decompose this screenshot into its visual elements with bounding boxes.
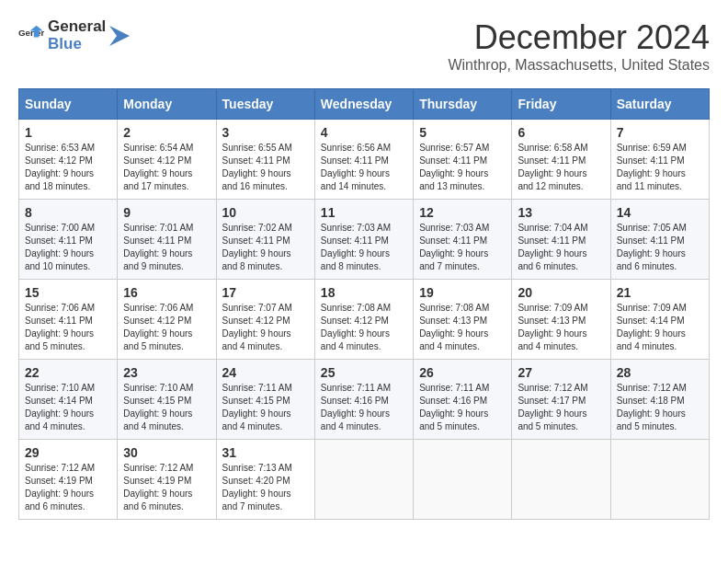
day-info: Sunrise: 7:00 AMSunset: 4:11 PMDaylight:…: [25, 222, 111, 273]
calendar-cell: 12 Sunrise: 7:03 AMSunset: 4:11 PMDaylig…: [414, 200, 512, 280]
day-info: Sunrise: 7:12 AMSunset: 4:18 PMDaylight:…: [617, 382, 703, 433]
day-number: 29: [25, 445, 111, 460]
day-info: Sunrise: 7:12 AMSunset: 4:19 PMDaylight:…: [25, 462, 111, 513]
calendar-cell: 23 Sunrise: 7:10 AMSunset: 4:15 PMDaylig…: [118, 360, 216, 440]
calendar-cell: [414, 440, 512, 520]
calendar-cell: 19 Sunrise: 7:08 AMSunset: 4:13 PMDaylig…: [414, 280, 512, 360]
day-info: Sunrise: 7:03 AMSunset: 4:11 PMDaylight:…: [419, 222, 506, 273]
day-number: 15: [25, 285, 111, 300]
calendar-row: 22 Sunrise: 7:10 AMSunset: 4:14 PMDaylig…: [19, 360, 710, 440]
col-wednesday: Wednesday: [314, 89, 413, 120]
calendar-cell: 16 Sunrise: 7:06 AMSunset: 4:12 PMDaylig…: [118, 280, 216, 360]
day-info: Sunrise: 7:08 AMSunset: 4:12 PMDaylight:…: [321, 302, 407, 353]
calendar-cell: 3 Sunrise: 6:55 AMSunset: 4:11 PMDayligh…: [216, 120, 314, 200]
day-number: 31: [222, 445, 309, 460]
col-saturday: Saturday: [610, 89, 709, 120]
calendar-cell: 8 Sunrise: 7:00 AMSunset: 4:11 PMDayligh…: [19, 200, 118, 280]
day-number: 26: [419, 365, 506, 380]
day-number: 9: [123, 205, 210, 220]
day-number: 21: [617, 285, 703, 300]
calendar-cell: 28 Sunrise: 7:12 AMSunset: 4:18 PMDaylig…: [610, 360, 709, 440]
col-monday: Monday: [118, 89, 216, 120]
day-info: Sunrise: 6:58 AMSunset: 4:11 PMDaylight:…: [518, 142, 604, 193]
calendar-row: 29 Sunrise: 7:12 AMSunset: 4:19 PMDaylig…: [19, 440, 710, 520]
calendar-cell: 5 Sunrise: 6:57 AMSunset: 4:11 PMDayligh…: [414, 120, 512, 200]
day-number: 17: [222, 285, 309, 300]
day-number: 25: [321, 365, 407, 380]
day-info: Sunrise: 7:09 AMSunset: 4:13 PMDaylight:…: [518, 302, 604, 353]
day-info: Sunrise: 7:07 AMSunset: 4:12 PMDaylight:…: [222, 302, 309, 353]
day-number: 6: [518, 125, 604, 140]
day-info: Sunrise: 7:01 AMSunset: 4:11 PMDaylight:…: [123, 222, 210, 273]
calendar-cell: 26 Sunrise: 7:11 AMSunset: 4:16 PMDaylig…: [414, 360, 512, 440]
day-info: Sunrise: 7:11 AMSunset: 4:16 PMDaylight:…: [419, 382, 506, 433]
calendar-row: 1 Sunrise: 6:53 AMSunset: 4:12 PMDayligh…: [19, 120, 710, 200]
calendar-cell: 22 Sunrise: 7:10 AMSunset: 4:14 PMDaylig…: [19, 360, 118, 440]
day-number: 23: [123, 365, 210, 380]
day-info: Sunrise: 6:53 AMSunset: 4:12 PMDaylight:…: [25, 142, 111, 193]
calendar-table: Sunday Monday Tuesday Wednesday Thursday…: [18, 88, 710, 520]
calendar-cell: 29 Sunrise: 7:12 AMSunset: 4:19 PMDaylig…: [19, 440, 118, 520]
calendar-cell: 21 Sunrise: 7:09 AMSunset: 4:14 PMDaylig…: [610, 280, 709, 360]
logo-icon: General: [18, 23, 44, 49]
calendar-cell: 20 Sunrise: 7:09 AMSunset: 4:13 PMDaylig…: [512, 280, 610, 360]
day-info: Sunrise: 6:59 AMSunset: 4:11 PMDaylight:…: [617, 142, 703, 193]
logo-general: General: [48, 17, 106, 35]
calendar-cell: 11 Sunrise: 7:03 AMSunset: 4:11 PMDaylig…: [314, 200, 413, 280]
logo: General General Blue: [18, 18, 130, 52]
day-info: Sunrise: 7:02 AMSunset: 4:11 PMDaylight:…: [222, 222, 309, 273]
calendar-header-row: Sunday Monday Tuesday Wednesday Thursday…: [19, 89, 710, 120]
col-tuesday: Tuesday: [216, 89, 314, 120]
calendar-cell: 10 Sunrise: 7:02 AMSunset: 4:11 PMDaylig…: [216, 200, 314, 280]
day-info: Sunrise: 6:56 AMSunset: 4:11 PMDaylight:…: [321, 142, 407, 193]
calendar-row: 8 Sunrise: 7:00 AMSunset: 4:11 PMDayligh…: [19, 200, 710, 280]
location-title: Winthrop, Massachusetts, United States: [448, 57, 710, 74]
day-number: 1: [25, 125, 111, 140]
calendar-cell: 2 Sunrise: 6:54 AMSunset: 4:12 PMDayligh…: [118, 120, 216, 200]
day-number: 30: [123, 445, 210, 460]
calendar-cell: 7 Sunrise: 6:59 AMSunset: 4:11 PMDayligh…: [610, 120, 709, 200]
day-number: 22: [25, 365, 111, 380]
day-number: 28: [617, 365, 703, 380]
calendar-cell: 9 Sunrise: 7:01 AMSunset: 4:11 PMDayligh…: [118, 200, 216, 280]
day-info: Sunrise: 7:06 AMSunset: 4:12 PMDaylight:…: [123, 302, 210, 353]
day-number: 27: [518, 365, 604, 380]
calendar-cell: [512, 440, 610, 520]
calendar-cell: 15 Sunrise: 7:06 AMSunset: 4:11 PMDaylig…: [19, 280, 118, 360]
day-info: Sunrise: 7:12 AMSunset: 4:19 PMDaylight:…: [123, 462, 210, 513]
day-info: Sunrise: 7:11 AMSunset: 4:16 PMDaylight:…: [321, 382, 407, 433]
col-thursday: Thursday: [414, 89, 512, 120]
day-number: 5: [419, 125, 506, 140]
day-info: Sunrise: 7:12 AMSunset: 4:17 PMDaylight:…: [518, 382, 604, 433]
day-info: Sunrise: 7:06 AMSunset: 4:11 PMDaylight:…: [25, 302, 111, 353]
day-info: Sunrise: 7:03 AMSunset: 4:11 PMDaylight:…: [321, 222, 407, 273]
title-block: December 2024 Winthrop, Massachusetts, U…: [448, 18, 710, 74]
calendar-cell: 6 Sunrise: 6:58 AMSunset: 4:11 PMDayligh…: [512, 120, 610, 200]
day-number: 7: [617, 125, 703, 140]
calendar-row: 15 Sunrise: 7:06 AMSunset: 4:11 PMDaylig…: [19, 280, 710, 360]
day-info: Sunrise: 7:11 AMSunset: 4:15 PMDaylight:…: [222, 382, 309, 433]
day-number: 11: [321, 205, 407, 220]
col-friday: Friday: [512, 89, 610, 120]
day-number: 18: [321, 285, 407, 300]
calendar-cell: 17 Sunrise: 7:07 AMSunset: 4:12 PMDaylig…: [216, 280, 314, 360]
day-number: 13: [518, 205, 604, 220]
day-info: Sunrise: 7:10 AMSunset: 4:15 PMDaylight:…: [123, 382, 210, 433]
calendar-cell: 13 Sunrise: 7:04 AMSunset: 4:11 PMDaylig…: [512, 200, 610, 280]
calendar-cell: 30 Sunrise: 7:12 AMSunset: 4:19 PMDaylig…: [118, 440, 216, 520]
calendar-cell: [314, 440, 413, 520]
day-number: 3: [222, 125, 309, 140]
page-header: General General Blue December 2024 Winth…: [18, 18, 710, 74]
calendar-cell: 1 Sunrise: 6:53 AMSunset: 4:12 PMDayligh…: [19, 120, 118, 200]
calendar-cell: 24 Sunrise: 7:11 AMSunset: 4:15 PMDaylig…: [216, 360, 314, 440]
day-number: 10: [222, 205, 309, 220]
calendar-cell: 31 Sunrise: 7:13 AMSunset: 4:20 PMDaylig…: [216, 440, 314, 520]
day-number: 8: [25, 205, 111, 220]
col-sunday: Sunday: [19, 89, 118, 120]
day-number: 24: [222, 365, 309, 380]
calendar-cell: [610, 440, 709, 520]
day-number: 12: [419, 205, 506, 220]
day-info: Sunrise: 6:55 AMSunset: 4:11 PMDaylight:…: [222, 142, 309, 193]
day-info: Sunrise: 6:57 AMSunset: 4:11 PMDaylight:…: [419, 142, 506, 193]
day-number: 16: [123, 285, 210, 300]
